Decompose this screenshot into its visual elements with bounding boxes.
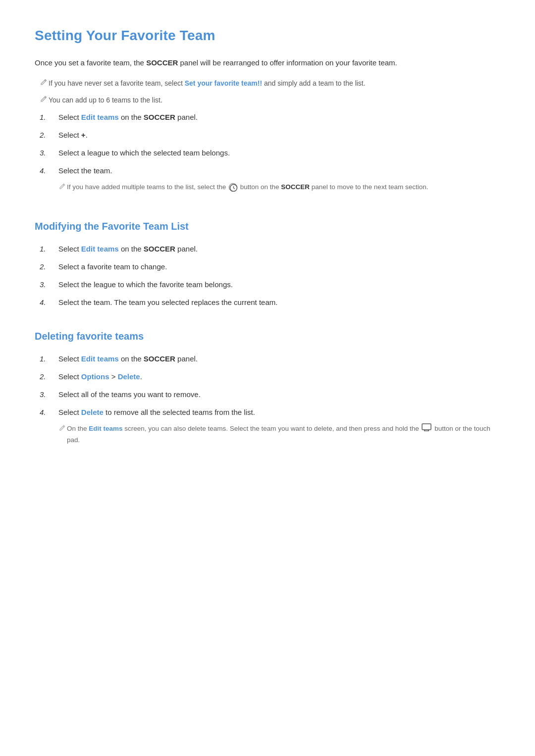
mod-step-content-2: Select a favorite team to change.: [58, 261, 167, 273]
plus-highlight: +: [81, 131, 86, 139]
soccer-del-1: SOCCER: [144, 354, 175, 363]
setting-note-2-text: You can add up to 6 teams to the list.: [49, 95, 162, 105]
tv-inline-icon: [422, 423, 431, 435]
intro-soccer-highlight: SOCCER: [146, 58, 178, 67]
del-step-content-1: Select Edit teams on the SOCCER panel.: [58, 353, 198, 365]
soccer-mod-1: SOCCER: [144, 245, 175, 253]
deleting-steps-list: 1. Select Edit teams on the SOCCER panel…: [35, 353, 500, 450]
section3-block: Deleting favorite teams 1. Select Edit t…: [35, 328, 500, 450]
step-content-1: Select Edit teams on the SOCCER panel.: [58, 111, 198, 123]
pencil-icon-1: [40, 78, 48, 90]
edit-teams-link-1: Edit teams: [81, 113, 119, 121]
del-step-1: 1. Select Edit teams on the SOCCER panel…: [35, 353, 500, 365]
step-4-subnote-text: If you have added multiple teams to the …: [67, 182, 428, 193]
del-step-number-4: 4.: [40, 406, 54, 418]
del-step-4-subnote-text: On the Edit teams screen, you can also d…: [67, 423, 500, 445]
del-step-content-2: Select Options > Delete.: [58, 371, 142, 383]
setting-step-2: 2. Select +.: [35, 129, 500, 141]
options-link: Options: [81, 372, 109, 381]
del-step-2: 2. Select Options > Delete.: [35, 371, 500, 383]
setting-note-2: You can add up to 6 teams to the list.: [35, 95, 500, 106]
step-content-4: Select the team.: [58, 165, 112, 177]
del-step-number-3: 3.: [40, 389, 54, 401]
mod-step-1: 1. Select Edit teams on the SOCCER panel…: [35, 243, 500, 255]
step-content-2: Select +.: [58, 129, 88, 141]
mod-step-number-3: 3.: [40, 279, 54, 291]
del-step-content-4: Select Delete to remove all the selected…: [58, 406, 255, 418]
set-favorite-team-link: Set your favorite team!!: [185, 79, 262, 87]
section3-title: Deleting favorite teams: [35, 328, 500, 344]
section2-block: Modifying the Favorite Team List 1. Sele…: [35, 218, 500, 308]
intro-text-after: panel will be rearranged to offer inform…: [178, 58, 397, 67]
setting-note-1: If you have never set a favorite team, s…: [35, 78, 500, 90]
del-step-number-1: 1.: [40, 353, 54, 365]
step-number-3: 3.: [40, 147, 54, 159]
section2-title: Modifying the Favorite Team List: [35, 218, 500, 234]
setting-steps-list: 1. Select Edit teams on the SOCCER panel…: [35, 111, 500, 199]
del-step-4: 4. Select Delete to remove all the selec…: [35, 406, 500, 450]
step-4-subnote: If you have added multiple teams to the …: [58, 182, 428, 194]
mod-step-content-1: Select Edit teams on the SOCCER panel.: [58, 243, 198, 255]
delete-link-2: Delete: [118, 372, 140, 381]
setting-step-1: 1. Select Edit teams on the SOCCER panel…: [35, 111, 500, 123]
mod-step-content-4: Select the team. The team you selected r…: [58, 297, 277, 308]
step-number-2: 2.: [40, 129, 54, 141]
setting-note-1-text: If you have never set a favorite team, s…: [49, 78, 366, 89]
step-number-4: 4.: [40, 165, 54, 177]
mod-step-3: 3. Select the league to which the favori…: [35, 279, 500, 291]
intro-paragraph: Once you set a favorite team, the SOCCER…: [35, 57, 500, 69]
edit-teams-link-mod-1: Edit teams: [81, 245, 119, 253]
pencil-icon-2: [40, 95, 48, 106]
main-title: Setting Your Favorite Team: [35, 25, 500, 47]
mod-step-number-2: 2.: [40, 261, 54, 273]
del-step-number-2: 2.: [40, 371, 54, 383]
soccer-highlight-1: SOCCER: [144, 113, 175, 121]
mod-step-number-1: 1.: [40, 243, 54, 255]
pencil-icon-subnote-2: [58, 423, 66, 435]
setting-step-4: 4. Select the team. If you have added mu…: [35, 165, 500, 199]
setting-step-3: 3. Select a league to which the selected…: [35, 147, 500, 159]
del-step-3: 3. Select all of the teams you want to r…: [35, 389, 500, 401]
del-step-content-3: Select all of the teams you want to remo…: [58, 389, 201, 401]
mod-step-4: 4. Select the team. The team you selecte…: [35, 297, 500, 308]
soccer-highlight-subnote: SOCCER: [281, 183, 310, 191]
clock-inline-icon: [229, 183, 237, 192]
intro-text-before: Once you set a favorite team, the: [35, 58, 146, 67]
mod-step-content-3: Select the league to which the favorite …: [58, 279, 233, 291]
step-number-1: 1.: [40, 111, 54, 123]
edit-teams-link-del-1: Edit teams: [81, 354, 119, 363]
step-content-3: Select a league to which the selected te…: [58, 147, 230, 159]
del-step-4-subnote: On the Edit teams screen, you can also d…: [58, 423, 500, 445]
delete-link-4: Delete: [81, 408, 104, 416]
mod-step-number-4: 4.: [40, 297, 54, 308]
edit-teams-link-subnote-2: Edit teams: [89, 425, 122, 432]
mod-step-2: 2. Select a favorite team to change.: [35, 261, 500, 273]
pencil-icon-subnote-1: [58, 182, 66, 194]
modifying-steps-list: 1. Select Edit teams on the SOCCER panel…: [35, 243, 500, 308]
svg-rect-3: [422, 424, 431, 430]
